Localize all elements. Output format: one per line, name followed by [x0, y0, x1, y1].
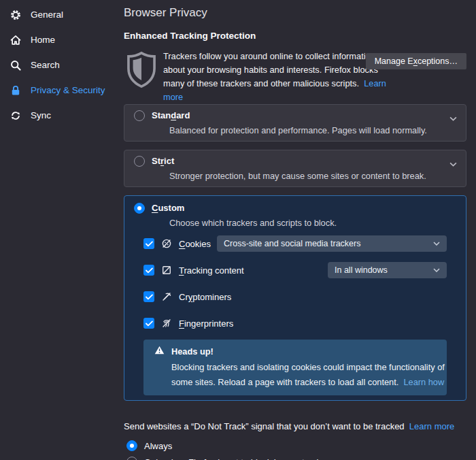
etp-heading: Enhanced Tracking Protection: [124, 31, 466, 41]
etp-option-custom[interactable]: Custom Choose which trackers and scripts…: [124, 195, 466, 401]
dnt-always-radio[interactable]: [126, 440, 137, 451]
sidebar-item-home[interactable]: Home: [0, 27, 124, 52]
cookies-label: Cookies: [179, 239, 211, 249]
gear-icon: [10, 9, 22, 21]
tracking-content-row: Tracking content In all windows: [143, 262, 447, 278]
sidebar-item-label: Search: [31, 60, 60, 70]
firefox-preferences-privacy-page: General Home Search Privacy & Security S…: [0, 0, 476, 460]
strict-head: Strict Stronger protection, but may caus…: [134, 156, 456, 181]
chevron-down-icon: [433, 242, 440, 246]
page-title: Browser Privacy: [124, 6, 466, 20]
chevron-down-icon: [433, 268, 440, 272]
home-icon: [10, 34, 22, 46]
tracking-content-select-value: In all windows: [335, 265, 388, 275]
fingerprinter-blocked-icon: [161, 318, 172, 329]
fingerprinters-row: Fingerprinters: [143, 315, 447, 331]
heads-up-header: Heads up!: [154, 345, 436, 357]
tracking-content-label: Tracking content: [179, 265, 244, 276]
fingerprinters-checkbox[interactable]: [143, 318, 154, 329]
tracking-content-select[interactable]: In all windows: [328, 262, 447, 278]
custom-head: Custom Choose which trackers and scripts…: [134, 203, 447, 228]
cryptominers-label: Cryptominers: [179, 292, 231, 302]
manage-exceptions-button[interactable]: Manage Exceptions…: [366, 53, 466, 69]
shield-icon: [125, 50, 158, 91]
strict-description: Stronger protection, but may cause some …: [169, 171, 456, 181]
heads-up-title: Heads up!: [171, 346, 214, 357]
warning-icon: [154, 346, 165, 357]
do-not-track-section: Send websites a “Do Not Track” signal th…: [124, 421, 466, 460]
sidebar-item-search[interactable]: Search: [0, 52, 124, 78]
heads-up-warning: Heads up! Blocking trackers and isolatin…: [143, 340, 447, 395]
dnt-only-when-label: Only when Firefox is set to block known …: [144, 457, 333, 460]
dnt-option-always[interactable]: Always: [124, 440, 466, 451]
sidebar-item-label: Privacy & Security: [31, 85, 105, 95]
tracking-content-checkbox[interactable]: [143, 265, 154, 276]
lock-icon: [10, 84, 22, 97]
sync-icon: [10, 110, 22, 122]
fingerprinters-label: Fingerprinters: [179, 318, 233, 329]
custom-radio[interactable]: [134, 203, 145, 214]
learn-how-link[interactable]: Learn how: [403, 377, 444, 387]
dnt-always-label: Always: [144, 441, 172, 451]
cookies-row: Cookies Cross-site and social media trac…: [143, 235, 447, 252]
standard-label: Standard: [152, 110, 190, 120]
dnt-label-row: Send websites a “Do Not Track” signal th…: [124, 421, 466, 431]
main-content: Browser Privacy Enhanced Tracking Protec…: [124, 0, 466, 460]
settings-sidebar: General Home Search Privacy & Security S…: [0, 0, 124, 128]
cookies-select-value: Cross-site and social media trackers: [224, 239, 360, 248]
heads-up-text: Blocking trackers and isolating cookies …: [171, 360, 453, 390]
sidebar-item-label: Sync: [31, 110, 51, 120]
custom-label: Custom: [152, 203, 184, 213]
cookies-checkbox[interactable]: [143, 238, 154, 249]
etp-description-block: Trackers follow you around online to col…: [124, 50, 466, 91]
dnt-label: Send websites a “Do Not Track” signal th…: [124, 421, 405, 431]
dnt-only-when-radio[interactable]: [126, 457, 137, 460]
dnt-learn-more-link[interactable]: Learn more: [409, 421, 454, 431]
standard-description: Balanced for protection and performance.…: [169, 125, 456, 135]
strict-radio[interactable]: [134, 156, 145, 167]
tracking-content-blocked-icon: [161, 265, 172, 276]
etp-option-strict[interactable]: Strict Stronger protection, but may caus…: [124, 150, 466, 187]
dnt-option-only-when-blocking[interactable]: Only when Firefox is set to block known …: [124, 457, 466, 460]
etp-description: Trackers follow you around online to col…: [163, 50, 397, 104]
sidebar-item-general[interactable]: General: [0, 2, 124, 27]
standard-radio[interactable]: [134, 110, 145, 121]
sidebar-item-sync[interactable]: Sync: [0, 103, 124, 128]
chevron-down-icon: [449, 159, 457, 169]
sidebar-item-privacy-security[interactable]: Privacy & Security: [0, 78, 124, 103]
cryptominers-row: Cryptominers: [143, 289, 447, 305]
search-icon: [10, 59, 22, 71]
chevron-down-icon: [449, 113, 457, 123]
strict-label: Strict: [152, 156, 174, 166]
standard-head: Standard Balanced for protection and per…: [134, 110, 456, 135]
etp-option-standard[interactable]: Standard Balanced for protection and per…: [124, 104, 466, 142]
sidebar-item-label: General: [31, 10, 63, 20]
custom-description: Choose which trackers and scripts to blo…: [169, 218, 447, 228]
cookies-select[interactable]: Cross-site and social media trackers: [217, 235, 447, 252]
sidebar-item-label: Home: [31, 35, 55, 45]
cryptominer-blocked-icon: [161, 291, 172, 302]
cookie-blocked-icon: [161, 238, 172, 249]
etp-description-text: Trackers follow you around online to col…: [163, 51, 378, 88]
cryptominers-checkbox[interactable]: [143, 291, 154, 302]
